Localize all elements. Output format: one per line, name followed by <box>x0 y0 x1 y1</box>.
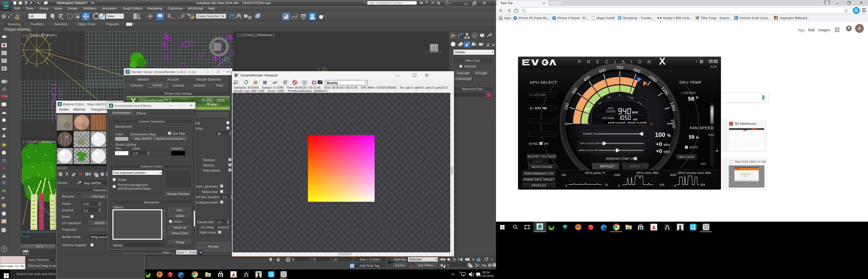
svg-text:BASE CLOCK: BASE CLOCK <box>608 121 624 124</box>
svg-text:z: z <box>27 226 28 229</box>
svg-text:AF: AF <box>273 81 277 84</box>
svg-text:?: ? <box>446 2 448 4</box>
svg-text:WINDOWS START UP: WINDOWS START UP <box>606 157 635 160</box>
svg-text:Create Selection Se: Create Selection Se <box>197 14 224 18</box>
svg-text:View: View <box>107 14 114 18</box>
svg-text:0: 0 <box>618 184 620 187</box>
svg-text:2: 2 <box>650 122 652 125</box>
svg-text:CALL·DUTY: CALL·DUTY <box>256 272 262 273</box>
svg-text:BOOST CLOCK: BOOST CLOCK <box>628 121 645 124</box>
svg-text:1: 1 <box>619 94 621 97</box>
svg-text:All: All <box>30 14 33 18</box>
svg-text:E: E <box>228 46 230 48</box>
svg-text:5000: 5000 <box>670 173 676 177</box>
svg-text:750: 750 <box>616 66 623 70</box>
svg-text:® 2011 - 2015: ® 2011 - 2015 <box>202 98 225 102</box>
svg-text:MAX: MAX <box>538 228 541 230</box>
svg-text:W: W <box>208 46 211 48</box>
svg-text:POWER TARGET: POWER TARGET <box>583 132 602 135</box>
svg-text:y: y <box>21 233 23 236</box>
svg-text:0: 0 <box>565 184 567 187</box>
svg-text:TOP: TOP <box>215 46 220 48</box>
svg-text:Ox: Ox <box>2 205 5 207</box>
svg-text:16: 16 <box>605 183 608 186</box>
svg-text:GPU1 memory clock, MHz: GPU1 memory clock, MHz <box>678 171 711 175</box>
svg-text:DEFAULT: DEFAULT <box>600 164 615 168</box>
svg-text:GPU: GPU <box>608 107 614 110</box>
svg-text:0: 0 <box>674 184 676 187</box>
svg-text:MEM CLOCK OFFSET: MEM CLOCK OFFSET <box>579 149 604 152</box>
svg-text:1500: 1500 <box>614 173 620 177</box>
svg-text:CLOCK: CLOCK <box>606 110 615 113</box>
svg-text:HF: HF <box>2 197 5 200</box>
svg-text:%: % <box>187 12 190 17</box>
svg-text:150: 150 <box>561 173 566 177</box>
svg-text:VOLTAGE: VOLTAGE <box>602 117 614 120</box>
svg-text:MHZ: MHZ <box>632 111 638 114</box>
svg-text:0: 0 <box>587 122 589 125</box>
svg-text:3: 3 <box>167 13 170 19</box>
svg-text:GPU1 clock, MHz: GPU1 clock, MHz <box>636 171 659 175</box>
svg-text:324: 324 <box>700 183 705 186</box>
svg-text:324: 324 <box>659 183 664 186</box>
svg-text:otoy: otoy <box>211 103 217 106</box>
svg-text:APPLY: APPLY <box>630 164 641 168</box>
